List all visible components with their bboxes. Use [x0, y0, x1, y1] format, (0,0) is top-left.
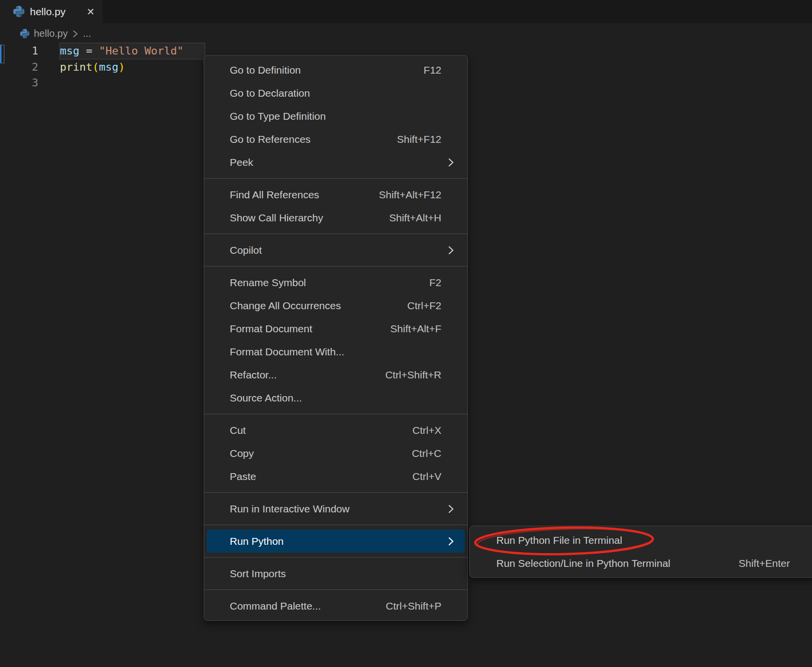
chevron-right-icon — [72, 29, 79, 38]
menu-item-label: Refactor... — [230, 369, 277, 381]
menu-item-rename-symbol[interactable]: Rename SymbolF2 — [204, 271, 467, 294]
menu-item-label: Go to Type Definition — [230, 110, 326, 122]
menu-item-format-document-with[interactable]: Format Document With... — [204, 340, 467, 363]
menu-item-go-to-declaration[interactable]: Go to Declaration — [204, 81, 467, 105]
menu-separator — [204, 266, 467, 267]
menu-item-command-palette[interactable]: Command Palette...Ctrl+Shift+P — [204, 594, 467, 617]
menu-separator — [204, 178, 467, 179]
line-number[interactable]: 3 — [0, 75, 38, 91]
menu-item-paste[interactable]: PasteCtrl+V — [204, 465, 467, 488]
menu-item-go-to-definition[interactable]: Go to DefinitionF12 — [204, 58, 467, 81]
menu-item-shortcut: Ctrl+C — [412, 448, 441, 459]
menu-item-label: Command Palette... — [230, 600, 321, 612]
menu-item-label: Copy — [230, 448, 254, 459]
menu-item-label: Rename Symbol — [230, 277, 306, 289]
menu-item-label: Peek — [230, 157, 253, 168]
menu-item-label: Sort Imports — [230, 568, 286, 580]
python-icon — [13, 6, 25, 17]
chevron-right-icon — [447, 504, 455, 514]
menu-item-source-action[interactable]: Source Action... — [204, 386, 467, 409]
breadcrumb-file[interactable]: hello.py — [34, 28, 68, 39]
menu-item-format-document[interactable]: Format DocumentShift+Alt+F — [204, 317, 467, 340]
tab-bar: hello.py ✕ — [0, 0, 812, 23]
menu-item-shortcut: Ctrl+X — [412, 425, 441, 436]
menu-item-shortcut: Ctrl+Shift+R — [385, 369, 441, 381]
line-number[interactable]: 1 — [0, 43, 38, 59]
menu-item-label: Cut — [230, 425, 246, 436]
menu-item-shortcut: Ctrl+V — [412, 471, 441, 482]
menu-item-label: Show Call Hierarchy — [230, 212, 323, 224]
chevron-right-icon — [447, 245, 455, 256]
menu-item-shortcut: Shift+Alt+F12 — [379, 189, 441, 201]
menu-item-label: Go to Definition — [230, 64, 301, 76]
code-token: = — [80, 45, 99, 57]
menu-separator — [204, 557, 467, 558]
menu-item-shortcut: Shift+F12 — [397, 133, 441, 145]
line-number[interactable]: 2 — [0, 59, 38, 75]
menu-separator — [204, 234, 467, 234]
menu-item-refactor[interactable]: Refactor...Ctrl+Shift+R — [204, 363, 467, 386]
menu-item-shortcut: F2 — [429, 277, 441, 289]
tab-title: hello.py — [30, 6, 65, 18]
code-token: print — [60, 61, 92, 73]
python-icon — [20, 29, 29, 38]
run-python-submenu: Run Python File in TerminalRun Selection… — [469, 526, 812, 578]
close-icon[interactable]: ✕ — [86, 7, 95, 17]
menu-item-shortcut: Shift+Alt+H — [389, 212, 441, 224]
context-menu: Go to DefinitionF12Go to DeclarationGo t… — [204, 55, 468, 621]
chevron-right-icon — [447, 536, 455, 547]
menu-item-peek[interactable]: Peek — [204, 151, 467, 174]
breadcrumb[interactable]: hello.py ... — [20, 27, 91, 40]
menu-item-label: Copilot — [230, 244, 262, 256]
submenu-item-run-python-file-in-terminal[interactable]: Run Python File in Terminal — [470, 529, 812, 552]
menu-item-label: Source Action... — [230, 392, 302, 404]
vscode-window: hello.py ✕ hello.py ... 1msg = "Hello Wo… — [0, 0, 812, 667]
code-token: msg — [60, 45, 80, 57]
menu-item-go-to-references[interactable]: Go to ReferencesShift+F12 — [204, 128, 467, 151]
menu-item-label: Go to References — [230, 133, 311, 145]
menu-item-label: Format Document With... — [230, 346, 344, 358]
code-token: ) — [118, 61, 125, 73]
menu-item-find-all-references[interactable]: Find All ReferencesShift+Alt+F12 — [204, 183, 467, 206]
menu-item-label: Find All References — [230, 189, 319, 201]
code-token: "Hello World" — [99, 45, 184, 57]
chevron-right-icon — [447, 157, 455, 168]
menu-item-shortcut: F12 — [424, 64, 441, 76]
menu-item-copilot[interactable]: Copilot — [204, 239, 467, 262]
menu-item-copy[interactable]: CopyCtrl+C — [204, 442, 467, 465]
menu-item-label: Run Selection/Line in Python Terminal — [496, 558, 671, 569]
code-token: ( — [92, 61, 99, 73]
menu-item-label: Change All Occurrences — [230, 300, 341, 312]
menu-separator — [204, 414, 467, 414]
menu-item-run-in-interactive-window[interactable]: Run in Interactive Window — [204, 497, 467, 520]
menu-item-label: Run Python — [230, 535, 284, 547]
menu-item-label: Run in Interactive Window — [230, 503, 350, 515]
menu-item-label: Run Python File in Terminal — [496, 534, 622, 546]
menu-separator — [204, 589, 467, 590]
menu-item-go-to-type-definition[interactable]: Go to Type Definition — [204, 105, 467, 128]
menu-item-label: Go to Declaration — [230, 87, 310, 99]
menu-item-label: Format Document — [230, 323, 312, 335]
code-text: print(msg) — [60, 59, 125, 75]
menu-item-show-call-hierarchy[interactable]: Show Call HierarchyShift+Alt+H — [204, 206, 467, 229]
menu-separator — [204, 525, 467, 525]
menu-separator — [204, 492, 467, 493]
breadcrumb-ellipsis[interactable]: ... — [83, 28, 91, 39]
code-text: msg = "Hello World" — [60, 43, 184, 59]
menu-item-run-python[interactable]: Run Python — [207, 530, 465, 553]
menu-item-cut[interactable]: CutCtrl+X — [204, 419, 467, 442]
menu-item-sort-imports[interactable]: Sort Imports — [204, 562, 467, 585]
submenu-item-run-selection-line-in-python-terminal[interactable]: Run Selection/Line in Python TerminalShi… — [470, 552, 812, 575]
tab-hello-py[interactable]: hello.py ✕ — [0, 0, 103, 23]
menu-item-shortcut: Shift+Alt+F — [390, 323, 441, 335]
code-token: msg — [99, 61, 118, 73]
menu-item-shortcut: Ctrl+Shift+P — [386, 600, 441, 612]
menu-item-shortcut: Shift+Enter — [739, 558, 790, 569]
menu-item-shortcut: Ctrl+F2 — [407, 300, 441, 312]
menu-item-label: Paste — [230, 471, 256, 482]
menu-item-change-all-occurrences[interactable]: Change All OccurrencesCtrl+F2 — [204, 294, 467, 317]
